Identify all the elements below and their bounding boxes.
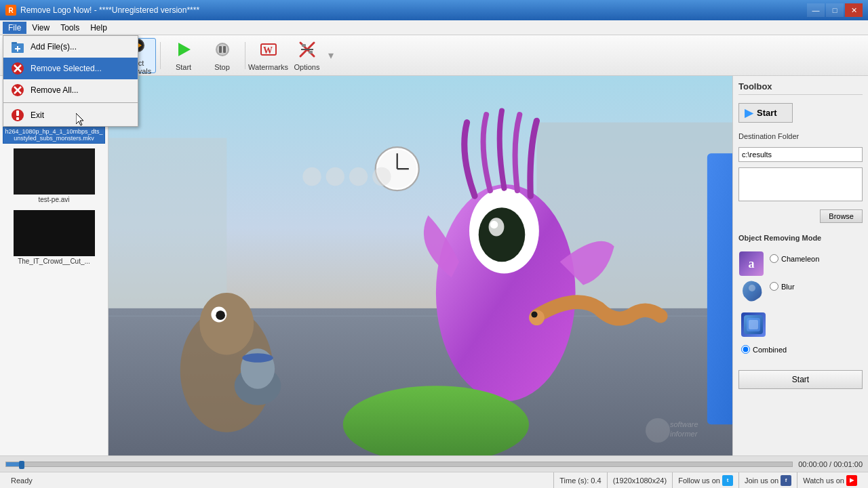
status-ready: Ready [5,472,554,488]
svg-rect-59 [242,353,273,363]
svg-rect-37 [302,44,306,47]
svg-rect-38 [309,51,313,54]
stop-label: Stop [214,63,230,71]
mode-icons-row: a Chameleon [738,251,863,303]
svg-point-54 [199,293,254,354]
timeline-slider[interactable] [5,462,793,467]
chameleon-icon-group: a [738,251,764,303]
svg-rect-32 [223,46,226,53]
file-dropdown-menu: Add File(s)... Remove Selected... Remo [3,35,138,127]
file-thumb-1 [14,148,95,195]
toolbox-bottom-start-button[interactable]: Start [738,370,863,389]
toolbox-title: Toolbox [738,81,863,95]
status-time: Time (s): 0.4 [554,472,607,488]
window-title: Remove Logo Now! - ****Unregistered vers… [20,5,807,15]
follow-us-text: Follow us on [678,476,720,485]
menu-file[interactable]: File [3,22,26,34]
object-removing-mode-label: Object Removing Mode [738,234,863,242]
file-name-0: h264_1080p_hp_4_1_10mbps_dts_unstyled_su… [5,128,103,142]
svg-text:W: W [263,45,273,56]
menu-remove-selected[interactable]: Remove Selected... [3,58,138,79]
blur-icon-row [741,312,863,337]
svg-rect-12 [16,117,19,120]
menu-view[interactable]: View [26,22,55,34]
watermarks-icon: W [259,40,278,62]
video-area: software informer [108,76,732,455]
watch-us-text: Watch us on [803,476,844,485]
status-watch: Watch us on ▶ [797,472,863,488]
toolbar-more[interactable]: ▾ [328,49,334,62]
menu-remove-all[interactable]: Remove All... [3,79,138,101]
svg-rect-46 [14,148,95,195]
status-follow: Follow us on t [673,472,739,488]
window-controls: — □ ✕ [807,3,863,17]
svg-rect-68 [707,153,732,424]
toolbox-start-label: Start [757,108,777,118]
options-icon [298,40,317,62]
combined-radio[interactable] [741,345,750,354]
file-item-2[interactable]: The_IT_Crowd__Cut_... [3,208,105,267]
menu-tools[interactable]: Tools [55,22,85,34]
menu-help[interactable]: Help [85,22,113,34]
timeline-bar: 00:00:00 / 00:01:00 [0,455,868,472]
chameleon-blob-icon [738,277,764,303]
close-button[interactable]: ✕ [845,3,863,17]
svg-point-56 [216,310,225,320]
facebook-icon[interactable]: f [781,475,791,486]
svg-rect-31 [219,46,222,53]
toolbox-panel: Toolbox ▶ Start Destination Folder Brows… [732,76,868,455]
file-name-2: The_IT_Crowd__Cut_... [18,258,90,265]
toolbar-options[interactable]: Options [288,38,326,73]
menu-add-files[interactable]: Add File(s)... [3,36,138,58]
menu-exit[interactable]: Exit [3,104,138,126]
main-layout: h264_1080p_hp_4_1_10mbps_dts_unstyled_su… [0,76,868,455]
dest-folder-label: Destination Folder [738,132,863,140]
svg-point-66 [531,311,537,317]
add-files-label: Add File(s)... [31,42,77,52]
maximize-button[interactable]: □ [826,3,844,17]
svg-text:informer: informer [670,430,698,438]
remove-selected-icon [10,61,25,76]
toolbox-start-button[interactable]: ▶ Start [738,103,793,123]
toolbar-sep-1 [160,42,161,69]
youtube-icon[interactable]: ▶ [846,475,857,486]
mode-chameleon-option[interactable]: Chameleon [770,254,819,263]
dest-folder-input[interactable] [738,147,863,162]
svg-point-65 [529,310,545,325]
file-item-1[interactable]: test-pe.avi [3,146,105,205]
mode-icon-blur [741,312,766,337]
combined-mode-label: Combined [753,346,787,354]
remove-all-icon [10,83,25,98]
toolbar-sep-2 [245,42,245,69]
options-label: Options [294,63,320,71]
menu-separator [3,102,138,103]
browse-button[interactable]: Browse [820,209,863,223]
file-name-1: test-pe.avi [38,196,69,203]
mode-icon-chameleon-letter: a [739,251,764,276]
svg-text:software: software [670,420,698,428]
chameleon-radio[interactable] [770,254,778,263]
stop-icon [213,40,232,62]
mode-radio-group: Chameleon Blur [770,254,819,291]
toolbar-start[interactable]: Start [165,38,202,73]
dest-folder-area [738,167,863,201]
blur-spacer [770,266,819,279]
start-label: Start [176,63,191,71]
blur-radio[interactable] [770,282,778,291]
twitter-icon[interactable]: t [722,475,733,486]
minimize-button[interactable]: — [807,3,825,17]
file-thumb-2 [14,210,95,256]
mode-blur-option[interactable]: Blur [770,282,819,291]
browse-row: Browse [738,209,863,228]
title-bar: R Remove Logo Now! - ****Unregistered ve… [0,0,868,20]
time-value: 0.4 [591,476,601,485]
exit-label: Exit [31,110,44,120]
chameleon-mode-label: Chameleon [781,255,819,263]
watermark-overlay: software informer [644,413,726,449]
toolbar-stop[interactable]: Stop [203,38,241,73]
mode-combined-option[interactable]: Combined [741,345,863,354]
svg-point-80 [749,285,755,291]
toolbar-watermarks[interactable]: W Watermarks [250,38,287,73]
remove-selected-label: Remove Selected... [31,64,102,73]
status-bar: Ready Time (s): 0.4 ( 1920x1080x24 ) Fol… [0,472,868,488]
